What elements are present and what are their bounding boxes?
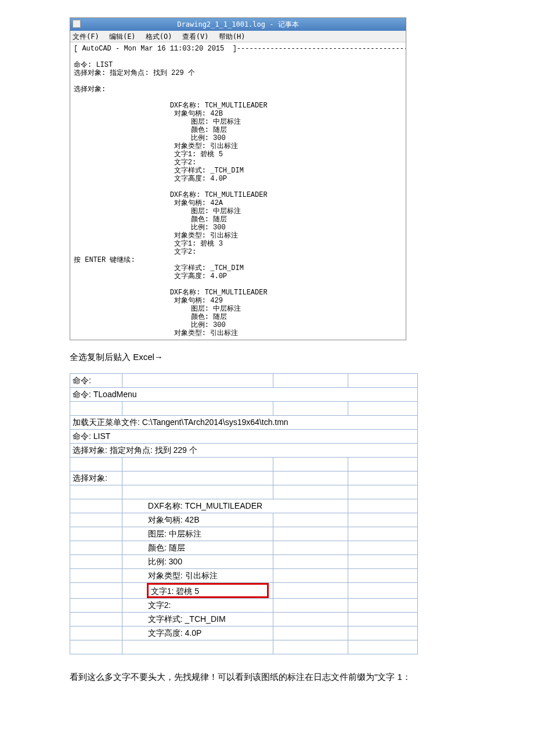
menu-bar: 文件(F) 编辑(E) 格式(O) 查看(V) 帮助(H) [70, 31, 406, 42]
table-row: 颜色: 随层 [70, 541, 418, 555]
cell[interactable]: 加载天正菜单文件: C:\Tangent\TArch2014\sys19x64\… [70, 416, 418, 430]
menu-file[interactable]: 文件(F) [73, 33, 99, 41]
cell[interactable]: 文字高度: 4.0P [122, 627, 273, 640]
menu-help[interactable]: 帮助(H) [219, 33, 246, 41]
table-row [70, 485, 418, 499]
table-row: DXF名称: TCH_MULTILEADER [70, 499, 418, 513]
table-row: 对象句柄: 42B [70, 513, 418, 527]
notepad-content[interactable]: [ AutoCAD - Mon Mar 16 11:03:20 2015 ]--… [70, 42, 406, 340]
menu-edit[interactable]: 编辑(E) [109, 33, 136, 41]
cell[interactable]: 对象句柄: 42B [122, 513, 273, 527]
cell[interactable]: 命令: [70, 374, 122, 388]
cell[interactable]: 选择对象: [70, 471, 122, 485]
cell[interactable]: 比例: 300 [122, 555, 273, 569]
cell[interactable]: 文字样式: _TCH_DIM [122, 613, 273, 627]
window-title: Drawing2_1_1_1001.log - 记事本 [177, 20, 298, 28]
cell[interactable]: 对象类型: 引出标注 [122, 569, 273, 583]
cell-highlighted[interactable]: 文字1: 碧桃 5 [122, 583, 273, 599]
menu-view[interactable]: 查看(V) [182, 33, 209, 41]
table-row: 文字样式: _TCH_DIM [70, 613, 418, 627]
table-row: 加载天正菜单文件: C:\Tangent\TArch2014\sys19x64\… [70, 416, 418, 430]
table-row: 对象类型: 引出标注 [70, 569, 418, 583]
table-row [70, 458, 418, 471]
table-row [70, 640, 418, 654]
table-row: 文字1: 碧桃 5 [70, 583, 418, 599]
table-row: 选择对象: [70, 471, 418, 485]
footer-text: 看到这么多文字不要头大，先找规律！可以看到该图纸的标注在日志文件前缀为"文字 1… [70, 669, 464, 685]
table-row: 图层: 中层标注 [70, 527, 418, 541]
notepad-window: Drawing2_1_1_1001.log - 记事本 文件(F) 编辑(E) … [70, 17, 406, 340]
table-row [70, 402, 418, 416]
menu-format[interactable]: 格式(O) [146, 33, 172, 41]
table-row: 比例: 300 [70, 555, 418, 569]
table-row: 选择对象: 指定对角点: 找到 229 个 [70, 444, 418, 458]
cell[interactable]: 文字2: [122, 599, 273, 613]
cell[interactable]: 图层: 中层标注 [122, 527, 273, 541]
cell[interactable]: 命令: LIST [70, 430, 418, 444]
app-icon [73, 20, 81, 28]
cell[interactable]: DXF名称: TCH_MULTILEADER [122, 499, 348, 513]
cell[interactable]: 选择对象: 指定对角点: 找到 229 个 [70, 444, 418, 458]
table-row: 文字高度: 4.0P [70, 627, 418, 640]
window-titlebar[interactable]: Drawing2_1_1_1001.log - 记事本 [70, 18, 406, 31]
excel-table: 命令: 命令: TLoadMenu 加载天正菜单文件: C:\Tangent\T… [70, 373, 418, 654]
table-row: 文字2: [70, 599, 418, 613]
table-row: 命令: LIST [70, 430, 418, 444]
cell[interactable]: 颜色: 随层 [122, 541, 273, 555]
instruction-text: 全选复制后贴入 Excel→ [70, 352, 464, 363]
cell[interactable]: 命令: TLoadMenu [70, 388, 418, 402]
table-row: 命令: [70, 374, 418, 388]
table-row: 命令: TLoadMenu [70, 388, 418, 402]
